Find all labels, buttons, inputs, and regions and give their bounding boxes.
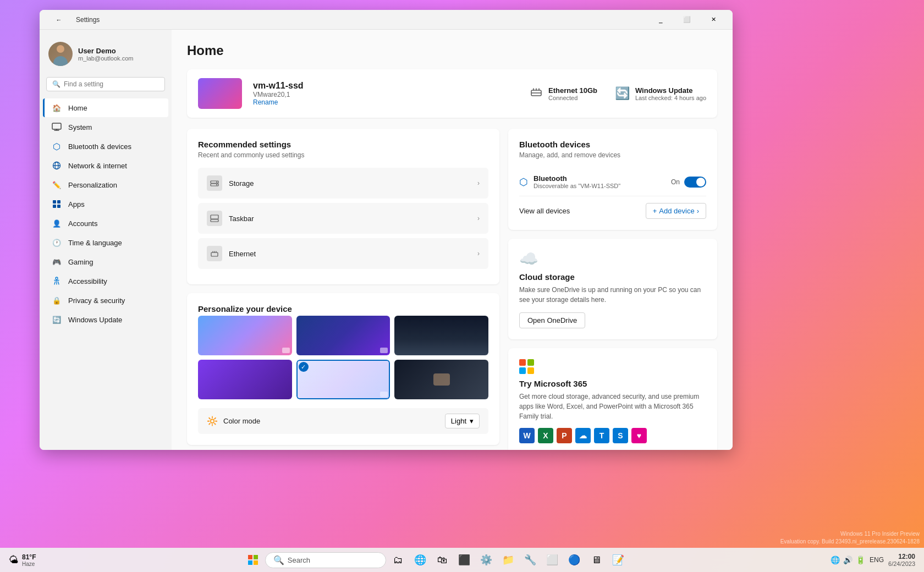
taskbar-search-icon: 🔍 xyxy=(273,555,284,565)
sidebar-item-accounts[interactable]: 👤 Accounts xyxy=(43,214,168,233)
storage-icon xyxy=(207,175,222,191)
recommended-settings-card: Recommended settings Recent and commonly… xyxy=(187,129,499,284)
svg-point-12 xyxy=(216,182,217,183)
add-device-button[interactable]: + Add device › xyxy=(646,203,706,219)
settings-search-box[interactable]: 🔍 xyxy=(46,77,165,91)
taskbar-browser-edge[interactable]: 🌐 xyxy=(410,550,430,570)
svg-rect-20 xyxy=(254,560,258,565)
taskbar-settings-app[interactable]: ⚙️ xyxy=(476,550,496,570)
gaming-icon: 🎮 xyxy=(52,257,62,267)
sidebar-item-personalization-label: Personalization xyxy=(68,181,117,189)
sidebar-item-network[interactable]: Network & internet xyxy=(43,156,168,175)
close-button[interactable]: ✕ xyxy=(701,11,726,29)
clock[interactable]: 12:00 6/24/2023 xyxy=(888,553,915,567)
sidebar-item-update[interactable]: 🔄 Windows Update xyxy=(43,310,168,329)
taskbar-notes[interactable]: 📝 xyxy=(608,550,628,570)
ethernet-stat: Ethernet 10Gb Connected xyxy=(530,86,597,102)
wallpaper-2[interactable] xyxy=(296,316,391,355)
svg-rect-15 xyxy=(211,215,218,219)
sidebar-item-personalization[interactable]: ✏️ Personalization xyxy=(43,175,168,194)
bluetooth-device-icon: ⬡ xyxy=(519,176,528,188)
wallpaper-5[interactable]: ✓ xyxy=(296,360,391,399)
ethernet-setting-icon xyxy=(207,246,222,261)
cloud-icon: ☁️ xyxy=(519,250,706,268)
device-stats: Ethernet 10Gb Connected 🔄 Windows Update… xyxy=(530,86,706,102)
battery-tray-icon[interactable]: 🔋 xyxy=(856,556,865,564)
taskbar-widgets[interactable]: 🗂 xyxy=(388,550,408,570)
sidebar-item-apps[interactable]: Apps xyxy=(43,195,168,213)
start-button[interactable] xyxy=(243,550,263,570)
ethernet-chevron: › xyxy=(477,250,480,257)
sidebar-item-bluetooth[interactable]: ⬡ Bluetooth & devices xyxy=(43,137,168,156)
weather-info: 81°F Haze xyxy=(22,553,36,567)
wallpaper-1[interactable] xyxy=(198,316,292,355)
page-title: Home xyxy=(187,43,717,58)
sidebar-item-gaming-label: Gaming xyxy=(68,258,94,266)
word-icon: W xyxy=(519,428,535,443)
language-indicator[interactable]: ENG xyxy=(870,556,884,564)
open-onedrive-button[interactable]: Open OneDrive xyxy=(519,312,585,328)
view-all-devices-link[interactable]: View all devices xyxy=(519,207,570,215)
device-name: vm-w11-ssd xyxy=(253,81,519,91)
wallpaper-grid: ✓ xyxy=(198,316,488,399)
storage-label: Storage xyxy=(229,179,254,188)
bluetooth-on-label: On xyxy=(671,178,680,186)
user-profile[interactable]: User Demo m_lab@outlook.com xyxy=(40,36,172,75)
sidebar-item-time[interactable]: 🕐 Time & language xyxy=(43,233,168,252)
taskbar-task-view[interactable]: ⬜ xyxy=(542,550,562,570)
wallpaper-4[interactable] xyxy=(198,360,292,399)
device-banner: vm-w11-ssd VMware20,1 Rename Ethernet 10… xyxy=(187,69,717,118)
device-rename[interactable]: Rename xyxy=(253,98,519,106)
user-email: m_lab@outlook.com xyxy=(78,55,163,62)
color-mode-select[interactable]: Light ▾ xyxy=(445,414,480,428)
bluetooth-toggle[interactable] xyxy=(684,177,706,188)
sidebar-item-system[interactable]: System xyxy=(43,118,168,136)
sidebar-item-gaming[interactable]: 🎮 Gaming xyxy=(43,252,168,271)
taskbar-left: 🌤 81°F Haze xyxy=(9,553,40,567)
sidebar-item-privacy[interactable]: 🔒 Privacy & security xyxy=(43,291,168,310)
color-mode-row: 🔆 Color mode Light ▾ xyxy=(198,408,488,434)
taskbar-setting[interactable]: Taskbar › xyxy=(198,203,488,234)
add-device-chevron: › xyxy=(697,207,699,215)
personalize-title: Personalize your device xyxy=(198,304,488,314)
ethernet-setting[interactable]: Ethernet › xyxy=(198,238,488,269)
weather-temp: 81°F xyxy=(22,553,36,561)
m365-apps: W X P ☁ T S ♥ xyxy=(519,428,706,443)
volume-tray-icon[interactable]: 🔊 xyxy=(843,556,853,564)
minimize-button[interactable]: ⎯ xyxy=(648,11,673,29)
taskbar-edge[interactable]: 🔵 xyxy=(564,550,584,570)
taskbar-right: 🌐 🔊 🔋 ENG 12:00 6/24/2023 xyxy=(831,553,915,567)
sidebar: User Demo m_lab@outlook.com 🔍 🏠 Home xyxy=(40,30,172,450)
wallpaper-3[interactable] xyxy=(394,316,488,355)
bluetooth-icon: ⬡ xyxy=(52,141,62,151)
storage-setting[interactable]: Storage › xyxy=(198,168,488,199)
ethernet-setting-label: Ethernet xyxy=(229,250,256,258)
taskbar-search[interactable]: 🔍 Search xyxy=(265,552,386,568)
wallpaper-6[interactable] xyxy=(394,360,488,399)
maximize-button[interactable]: ⬜ xyxy=(674,11,700,29)
back-button[interactable]: ← xyxy=(46,11,72,29)
sidebar-item-home[interactable]: 🏠 Home xyxy=(43,98,168,117)
update-icon: 🔄 xyxy=(52,315,62,324)
eval-watermark: Windows 11 Pro Insider Preview Evaluatio… xyxy=(780,530,920,546)
sidebar-item-network-label: Network & internet xyxy=(68,162,127,170)
network-tray-icon[interactable]: 🌐 xyxy=(831,556,840,564)
taskbar-terminal[interactable]: ⬛ xyxy=(454,550,474,570)
settings-search-input[interactable] xyxy=(64,80,159,88)
bluetooth-device-name: Bluetooth xyxy=(534,174,620,183)
bluetooth-title: Bluetooth devices xyxy=(519,140,706,149)
device-sub: VMware20,1 xyxy=(253,91,519,98)
svg-rect-7 xyxy=(57,205,61,208)
taskbar-cmd[interactable]: 🖥 xyxy=(586,550,606,570)
powerpoint-icon: P xyxy=(557,428,572,443)
cloud-desc: Make sure OneDrive is up and running on … xyxy=(519,285,706,305)
taskbar-dev-tools[interactable]: 🔧 xyxy=(520,550,540,570)
svg-rect-18 xyxy=(254,555,258,559)
apps-icon xyxy=(52,199,62,209)
bluetooth-subtitle: Manage, add, and remove devices xyxy=(519,151,706,159)
taskbar-file-explorer[interactable]: 📁 xyxy=(498,550,518,570)
update-label: Windows Update xyxy=(635,86,706,95)
sidebar-item-accessibility[interactable]: Accessibility xyxy=(43,272,168,290)
settings-window: ← Settings ⎯ ⬜ ✕ User Demo m_lab@outlook… xyxy=(40,10,733,450)
taskbar-store[interactable]: 🛍 xyxy=(432,550,452,570)
